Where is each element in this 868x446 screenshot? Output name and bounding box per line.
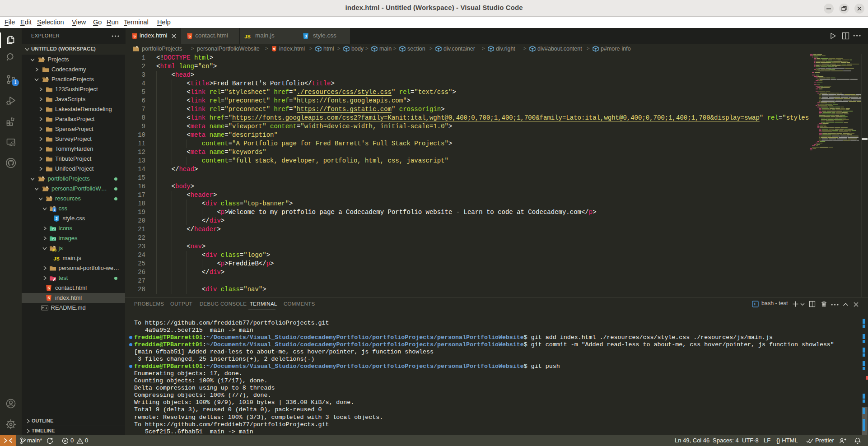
svg-text:5: 5 [273,47,275,51]
svg-text:3: 3 [56,216,58,221]
svg-text:3: 3 [53,208,56,212]
svg-text:JS: JS [244,34,250,39]
svg-text:5: 5 [48,296,50,300]
svg-text:JS: JS [53,256,59,261]
svg-text:3: 3 [305,34,307,38]
svg-text:5: 5 [188,34,191,38]
svg-text:5: 5 [133,34,135,38]
svg-text:JS: JS [52,247,56,252]
svg-text:5: 5 [48,286,50,290]
